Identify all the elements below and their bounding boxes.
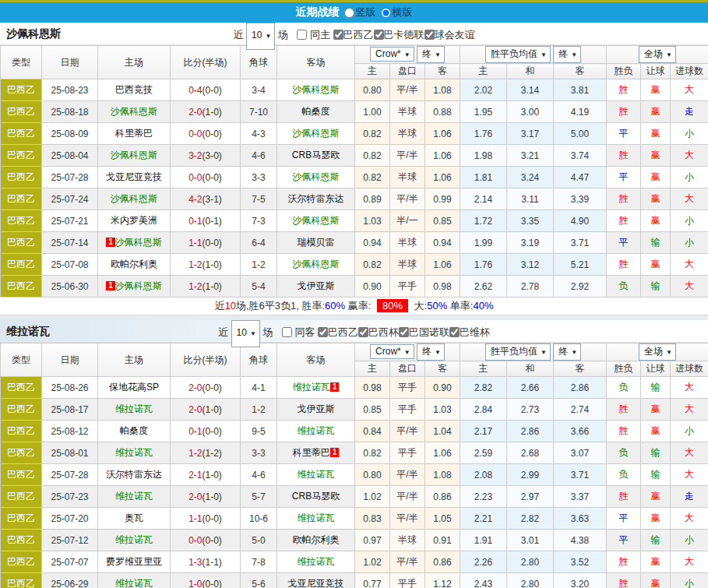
table-row: 巴西乙 25-07-14 1沙佩科恩斯 1-1(0-0) 6-4 瑞模贝雷 0.…	[1, 232, 708, 254]
league-filter-option[interactable]: 巴西杯	[358, 326, 399, 338]
home-team-name[interactable]: 维拉诺瓦	[115, 578, 153, 588]
away-team-name[interactable]: 沙佩科恩斯	[293, 171, 340, 182]
result-flag: 负	[607, 442, 641, 464]
away-team-name[interactable]: 维拉诺瓦	[298, 469, 335, 480]
away-team-name[interactable]: 维拉诺瓦	[293, 382, 330, 393]
away-team-name[interactable]: 沙佩科恩斯	[293, 128, 340, 139]
horizontal-layout-radio[interactable]	[381, 8, 391, 18]
league-badge: 巴西乙	[1, 254, 42, 276]
avg-away-value: 3.20	[554, 573, 607, 588]
league-filter-option[interactable]: 巴维杯	[449, 326, 490, 338]
home-team-cell: 巴西竞技	[98, 79, 171, 101]
home-team-name[interactable]: 科里蒂巴	[115, 128, 153, 139]
away-team-name[interactable]: 维拉诺瓦	[298, 425, 335, 436]
same-venue-option[interactable]: 同客	[282, 326, 315, 338]
near-label: 近	[218, 326, 228, 338]
result-flag: 胜	[607, 486, 641, 508]
same-venue-checkbox[interactable]	[282, 327, 292, 337]
away-team-name[interactable]: 帕桑度	[302, 106, 330, 117]
league-filter-option[interactable]: 巴西乙	[333, 29, 374, 40]
fulltime-score: 0-1	[188, 216, 202, 227]
home-team-name[interactable]: 米内罗美洲	[111, 215, 157, 226]
league-checkbox[interactable]	[449, 327, 460, 337]
away-team-name[interactable]: 戈亚尼亚竞技	[288, 578, 344, 588]
league-filter-option[interactable]: 巴卡德联	[374, 29, 424, 40]
corner-count: 4-1	[241, 377, 277, 399]
away-team-name[interactable]: 沙佩科恩斯	[293, 259, 340, 269]
league-checkbox[interactable]	[333, 30, 343, 40]
home-team-name[interactable]: 巴西竞技	[115, 84, 153, 95]
home-team-name[interactable]: 沙佩科恩斯	[115, 237, 162, 248]
section-team-name: 维拉诺瓦	[6, 320, 50, 343]
away-team-name[interactable]: 沃尔特雷东达	[288, 193, 344, 204]
summary-segment: 近	[214, 300, 224, 312]
league-checkbox[interactable]	[399, 327, 409, 337]
match-date: 25-07-08	[42, 254, 98, 276]
handicap-result-flag: 输	[641, 530, 671, 551]
away-team-name[interactable]: 维拉诺瓦	[298, 512, 335, 523]
league-checkbox[interactable]	[424, 30, 435, 40]
same-venue-checkbox[interactable]	[297, 30, 307, 40]
avg-home-value: 1.99	[460, 232, 507, 254]
home-team-name[interactable]: 沃尔特雷东达	[106, 469, 162, 480]
league-filter-option[interactable]: 巴西乙	[318, 326, 358, 338]
home-team-name[interactable]: 奥瓦	[125, 512, 143, 523]
league-filter-option[interactable]: 球会友谊	[424, 29, 475, 40]
vertical-layout-radio[interactable]	[344, 8, 354, 18]
home-team-name[interactable]: 沙佩科恩斯	[111, 150, 157, 160]
fulltime-score: 0-4	[188, 85, 202, 96]
away-team-name[interactable]: 戈伊亚斯	[298, 403, 335, 414]
same-venue-option[interactable]: 同主	[297, 29, 330, 40]
league-filter-option[interactable]: 巴国诺联	[399, 326, 449, 338]
home-team-name[interactable]: 维拉诺瓦	[115, 491, 153, 502]
away-team-name[interactable]: 维拉诺瓦	[298, 556, 335, 567]
halftime-score: (3-0)	[203, 150, 222, 161]
home-team-name[interactable]: 帕桑度	[120, 425, 148, 436]
away-team-name[interactable]: 沙佩科恩斯	[293, 84, 340, 95]
away-team-name[interactable]: CRB马瑟欧	[292, 150, 340, 160]
summary-segment: 40%	[473, 300, 493, 312]
halftime-score: (0-0)	[203, 513, 222, 524]
away-odds-value: 1.08	[425, 79, 460, 101]
match-count-select[interactable]: 10▼	[246, 23, 275, 50]
home-team-name[interactable]: 沙佩科恩斯	[111, 193, 157, 204]
vertical-layout-option[interactable]: 竖版	[344, 5, 376, 19]
league-badge: 巴西乙	[1, 399, 42, 421]
goals-flag: 大	[671, 79, 708, 101]
home-team-name[interactable]: 沙佩科恩斯	[115, 280, 162, 291]
table-row: 巴西乙 25-08-17 维拉诺瓦 2-0(1-0) 1-2 戈伊亚斯 0.85…	[1, 399, 708, 421]
away-team-name[interactable]: 瑞模贝雷	[298, 237, 335, 248]
away-team-name[interactable]: 沙佩科恩斯	[293, 215, 340, 226]
score-cell: 2-1(1-0)	[171, 464, 241, 486]
away-team-name[interactable]: 欧帕尔利奥	[293, 534, 340, 545]
away-team-name[interactable]: CRB马瑟欧	[292, 491, 340, 502]
summary-segment: 赢率:	[345, 300, 374, 312]
handicap-value: 半球	[390, 123, 425, 145]
score-cell: 1-2(1-2)	[171, 442, 241, 464]
home-team-name[interactable]: 维拉诺瓦	[115, 403, 153, 414]
home-team-name[interactable]: 费罗维亚里亚	[106, 556, 162, 567]
home-team-name[interactable]: 维拉诺瓦	[115, 534, 153, 545]
match-date: 25-07-28	[42, 167, 98, 188]
avg-away-value: 3.74	[554, 145, 607, 167]
home-team-name[interactable]: 沙佩科恩斯	[111, 106, 157, 117]
home-team-name[interactable]: 保地花高SP	[109, 382, 159, 393]
match-date: 25-07-23	[42, 486, 98, 508]
handicap-value: 半球	[390, 167, 425, 188]
league-checkbox[interactable]	[374, 30, 384, 40]
handicap-value: 平手	[390, 276, 425, 298]
home-team-name[interactable]: 维拉诺瓦	[115, 447, 153, 458]
home-team-name[interactable]: 戈亚尼亚竞技	[106, 171, 162, 182]
league-checkbox[interactable]	[358, 327, 368, 337]
away-team-name[interactable]: 戈伊亚斯	[298, 280, 335, 291]
away-team-name[interactable]: 科里蒂巴	[293, 447, 330, 458]
home-team-name[interactable]: 欧帕尔利奥	[111, 259, 157, 269]
match-count-select[interactable]: 10▼	[231, 320, 260, 347]
league-checkbox[interactable]	[318, 327, 328, 337]
avg-away-value: 3.37	[554, 486, 607, 508]
fulltime-score: 1-1	[188, 238, 202, 248]
avg-home-value: 1.72	[460, 210, 507, 232]
away-team-cell: 维拉诺瓦1	[277, 377, 355, 399]
horizontal-layout-option[interactable]: 横版	[381, 5, 413, 19]
avg-home-value: 2.08	[460, 464, 507, 486]
